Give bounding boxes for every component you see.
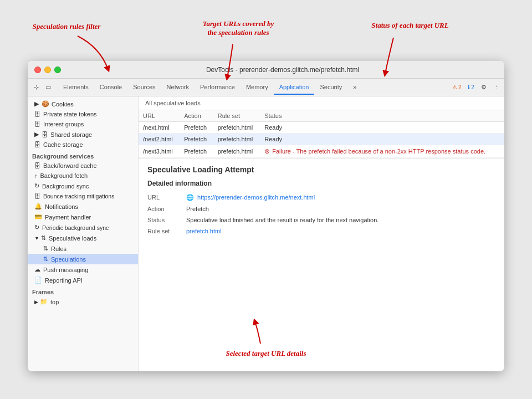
speculative-table: URL Action Rule set Status /next.htmlPre…: [139, 110, 504, 158]
sidebar-item-background-fetch[interactable]: ↑ Background fetch: [28, 171, 138, 181]
fetch-icon: ↑: [34, 172, 38, 179]
info-badge: ℹ 2: [466, 84, 477, 91]
tab-performance[interactable]: Performance: [195, 80, 241, 95]
speculative-icon: ⇅: [41, 234, 46, 242]
notifications-icon: 🔔: [34, 203, 42, 210]
error-icon: ⊗: [264, 147, 270, 155]
storage-icon-3: 🗄: [42, 131, 48, 138]
sidebar-item-rules[interactable]: ⇅ Rules: [28, 243, 138, 254]
annotation-status: Status of each target URL: [355, 21, 466, 30]
tab-network[interactable]: Network: [161, 80, 195, 95]
sidebar-item-cookies[interactable]: ▶ 🍪 Cookies: [28, 99, 138, 109]
cell-action: Prefetch: [180, 122, 213, 134]
browser-window: DevTools - prerender-demos.glitch.me/pre…: [28, 61, 504, 371]
expand-frames-icon: ▶: [34, 299, 38, 305]
sidebar-item-shared-storage[interactable]: ▶ 🗄 Shared storage: [28, 129, 138, 140]
sidebar-item-payment-handler[interactable]: 💳 Payment handler: [28, 212, 138, 222]
detail-url-link[interactable]: https://prerender-demos.glitch.me/next.h…: [197, 194, 315, 201]
sidebar-item-push-messaging[interactable]: ☁ Push messaging: [28, 264, 138, 275]
devtools-tabs: Elements Console Sources Network Perform…: [58, 80, 450, 95]
col-action: Action: [180, 110, 213, 122]
detail-row-url: URL 🌐 https://prerender-demos.glitch.me/…: [147, 192, 495, 203]
main-panel: All speculative loads URL Action Rule se…: [139, 96, 504, 371]
storage-icon-4: 🗄: [34, 141, 40, 148]
reporting-icon: 📄: [34, 277, 42, 284]
table-row[interactable]: /next.htmlPrefetchprefetch.htmlReady: [139, 122, 504, 134]
settings-icon[interactable]: ⚙: [479, 83, 489, 93]
detail-row-action: Action Prefetch: [147, 203, 495, 214]
cookies-icon: ▶: [34, 100, 39, 108]
maximize-button[interactable]: [54, 66, 61, 73]
tab-application[interactable]: Application: [274, 80, 315, 95]
detail-value-url: 🌐 https://prerender-demos.glitch.me/next…: [186, 194, 495, 201]
minimize-button[interactable]: [44, 66, 51, 73]
frame-folder-icon: 📁: [40, 298, 48, 305]
tab-more[interactable]: »: [347, 80, 362, 95]
table-row[interactable]: /next2.htmlPrefetchprefetch.htmlReady: [139, 134, 504, 145]
tab-sources[interactable]: Sources: [127, 80, 161, 95]
cell-action: Prefetch: [180, 134, 213, 145]
devtools-body: ▶ 🍪 Cookies 🗄 Private state tokens 🗄 Int…: [28, 96, 504, 371]
col-rule-set: Rule set: [213, 110, 260, 122]
expand-shared-storage: ▶: [34, 131, 39, 138]
cell-url: /next.html: [139, 122, 180, 134]
sidebar-item-notifications[interactable]: 🔔 Notifications: [28, 201, 138, 212]
detail-title: Speculative Loading Attempt: [147, 165, 495, 174]
detail-value-status: Speculative load finished and the result…: [186, 217, 495, 223]
title-bar: DevTools - prerender-demos.glitch.me/pre…: [28, 61, 504, 79]
sidebar-item-speculations[interactable]: ⇅ Speculations: [28, 254, 138, 264]
detail-label-ruleset: Rule set: [147, 228, 186, 234]
detail-panel: Speculative Loading Attempt Detailed inf…: [139, 158, 504, 371]
detail-value-action: Prefetch: [186, 206, 495, 212]
device-icon[interactable]: ▭: [43, 83, 53, 93]
annotation-target-urls: Target URLs covered by the speculation r…: [188, 19, 288, 37]
detail-ruleset-link[interactable]: prefetch.html: [186, 228, 222, 234]
tab-security[interactable]: Security: [314, 80, 347, 95]
warning-badge: ⚠ 2: [450, 84, 464, 91]
cell-url: /next2.html: [139, 134, 180, 145]
frames-label: Frames: [28, 285, 138, 296]
detail-row-ruleset: Rule set prefetch.html: [147, 226, 495, 237]
more-options-icon[interactable]: ⋮: [491, 83, 501, 93]
cell-ruleset: prefetch.html: [213, 145, 260, 158]
sync-icon: ↻: [34, 182, 39, 190]
cell-url: /next3.html: [139, 145, 180, 158]
sidebar-item-bounce-tracking[interactable]: 🗄 Bounce tracking mitigations: [28, 191, 138, 201]
sidebar-item-periodic-sync[interactable]: ↻ Periodic background sync: [28, 222, 138, 233]
globe-icon: 🌐: [186, 194, 194, 201]
sidebar-item-background-sync[interactable]: ↻ Background sync: [28, 181, 138, 191]
rules-icon: ⇅: [43, 245, 48, 252]
detail-label-url: URL: [147, 194, 186, 201]
sidebar-item-private-state-tokens[interactable]: 🗄 Private state tokens: [28, 109, 138, 119]
cell-status: Ready: [260, 134, 504, 145]
sidebar-item-interest-groups[interactable]: 🗄 Interest groups: [28, 119, 138, 129]
close-button[interactable]: [34, 66, 41, 73]
col-url: URL: [139, 110, 180, 122]
panel-header: All speculative loads: [139, 96, 504, 110]
sidebar-item-reporting-api[interactable]: 📄 Reporting API: [28, 275, 138, 285]
sidebar-item-back-forward-cache[interactable]: 🗄 Back/forward cache: [28, 161, 138, 171]
storage-icon-1: 🗄: [34, 111, 40, 117]
table-row[interactable]: /next3.htmlPrefetchprefetch.html⊗ Failur…: [139, 145, 504, 158]
tab-elements[interactable]: Elements: [58, 80, 94, 95]
detail-subtitle: Detailed information: [147, 180, 495, 187]
cursor-icon[interactable]: ⊹: [31, 83, 41, 93]
tab-console[interactable]: Console: [94, 80, 127, 95]
traffic-lights: [34, 66, 61, 73]
detail-row-status: Status Speculative load finished and the…: [147, 214, 495, 226]
cell-ruleset: prefetch.html: [213, 134, 260, 145]
cell-action: Prefetch: [180, 145, 213, 158]
sidebar: ▶ 🍪 Cookies 🗄 Private state tokens 🗄 Int…: [28, 96, 139, 371]
detail-label-status: Status: [147, 217, 186, 223]
sidebar-item-frames-top[interactable]: ▶ 📁 top: [28, 296, 138, 307]
detail-value-ruleset: prefetch.html: [186, 228, 495, 234]
sidebar-item-speculative-loads[interactable]: ▼ ⇅ Speculative loads: [28, 233, 138, 243]
detail-label-action: Action: [147, 206, 186, 212]
annotation-speculation-rules: Speculation rules filter: [17, 22, 116, 31]
cell-status: ⊗ Failure - The prefetch failed because …: [260, 145, 504, 158]
bounce-icon: 🗄: [34, 193, 40, 200]
sidebar-item-cache-storage[interactable]: 🗄 Cache storage: [28, 140, 138, 150]
tab-memory[interactable]: Memory: [241, 80, 274, 95]
cell-ruleset: prefetch.html: [213, 122, 260, 134]
payment-icon: 💳: [34, 213, 42, 221]
